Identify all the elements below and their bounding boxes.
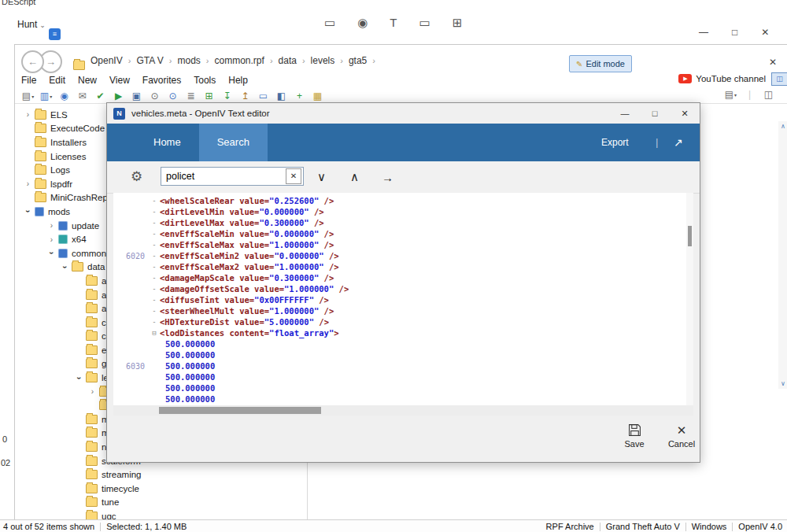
code-line[interactable]: -<damageMapScale value="0.300000" /> — [113, 272, 685, 283]
scroll-down-icon[interactable]: ∨ — [778, 380, 787, 387]
text-list-icon[interactable]: ≣ — [183, 91, 199, 102]
code-line[interactable]: -<envEffScaleMax value="1.000000" /> — [113, 239, 685, 250]
breadcrumb-item[interactable]: common.rpf — [213, 54, 266, 67]
breadcrumb-item[interactable]: mods — [176, 54, 202, 67]
view-mode-icon[interactable]: ▤▾ — [722, 89, 739, 100]
expander-icon[interactable]: › — [87, 387, 98, 396]
close-button[interactable]: ✕ — [670, 103, 700, 124]
open-file-icon[interactable]: ▥▾ — [38, 91, 54, 102]
menu-file[interactable]: File — [15, 74, 42, 87]
cancel-button[interactable]: ✕ Cancel — [660, 423, 704, 449]
save-file-icon[interactable]: ▣ — [128, 91, 145, 102]
menu-edit[interactable]: Edit — [42, 74, 72, 87]
expander-icon[interactable]: › — [24, 206, 32, 216]
code-line[interactable]: ⊟<lodDistances content="float_array"> — [113, 327, 685, 338]
breadcrumb-item[interactable]: levels — [309, 54, 337, 67]
fold-collapse-icon[interactable]: ⊟ — [149, 329, 160, 337]
package-icon[interactable]: ▦ — [309, 91, 326, 102]
code-line[interactable]: -<envEffScaleMax2 value="1.000000" /> — [113, 261, 685, 272]
scrollbar-thumb[interactable] — [159, 407, 321, 414]
find-next-button[interactable]: ∨ — [310, 166, 333, 188]
horizontal-scrollbar[interactable] — [113, 405, 693, 416]
edit-mode-button[interactable]: ✎ Edit mode — [569, 55, 632, 72]
save-button[interactable]: Save — [614, 423, 655, 449]
menu-tools[interactable]: Tools — [187, 74, 222, 87]
maximize-button[interactable]: □ — [732, 27, 737, 38]
maximize-button[interactable]: □ — [640, 103, 670, 124]
web-icon[interactable]: ◉ — [56, 91, 72, 102]
code-line[interactable]: 500.000000 — [113, 349, 685, 360]
text-tool-icon[interactable]: T — [390, 16, 397, 30]
code-line[interactable]: 500.000000 — [113, 371, 685, 382]
code-line[interactable]: -<wheelScaleRear value="0.252600" /> — [113, 195, 685, 206]
code-line[interactable]: -<diffuseTint value="0x00FFFFFF" /> — [113, 294, 685, 305]
panel-icon[interactable]: ▭ — [419, 16, 430, 30]
gear-icon[interactable]: ⚙ — [131, 168, 142, 185]
window-icon[interactable]: ▭ — [255, 91, 272, 102]
edit-check-icon[interactable]: ✔ — [92, 91, 109, 102]
breadcrumb-item[interactable]: data — [277, 54, 298, 67]
code-line[interactable]: -<steerWheelMult value="1.000000" /> — [113, 305, 685, 316]
vertical-scrollbar[interactable] — [686, 193, 693, 405]
expander-icon[interactable]: › — [23, 110, 33, 119]
expander-icon[interactable]: › — [46, 235, 57, 244]
mail-icon[interactable]: ✉ — [74, 91, 91, 102]
tab-home[interactable]: Home — [135, 124, 199, 161]
export-icon[interactable]: ↥ — [237, 91, 253, 102]
monitor-icon[interactable]: ◧ — [273, 91, 290, 102]
search-input[interactable] — [161, 171, 286, 182]
expand-icon[interactable]: ↗ — [674, 124, 683, 161]
close-button[interactable]: ✕ — [761, 27, 769, 38]
code-line[interactable]: -<dirtLevelMax value="0.300000" /> — [113, 217, 685, 228]
export-button[interactable]: Export — [601, 124, 629, 161]
expander-icon[interactable]: › — [23, 179, 33, 188]
expander-icon[interactable]: › — [47, 248, 56, 258]
scroll-up-icon[interactable]: ∧ — [778, 123, 787, 130]
menu-view[interactable]: View — [103, 74, 136, 87]
expander-icon[interactable]: › — [75, 373, 83, 383]
new-file-icon[interactable]: ▤▾ — [20, 91, 36, 102]
grid-icon[interactable]: ⊞ — [453, 16, 463, 30]
code-line[interactable]: 500.000000 — [113, 393, 685, 405]
code-line[interactable]: 500.000000 — [113, 338, 685, 349]
code-line[interactable]: 500.000000 — [113, 382, 685, 393]
minimize-button[interactable]: — — [699, 27, 708, 38]
clear-search-button[interactable]: ✕ — [286, 168, 301, 184]
breadcrumb-item[interactable]: gta5 — [347, 54, 368, 67]
close-icon[interactable]: ✕ — [769, 57, 777, 68]
back-button[interactable]: ← — [21, 50, 44, 73]
code-editor[interactable]: -<wheelScaleRear value="0.252600" />-<di… — [113, 193, 693, 405]
minimize-button[interactable]: — — [610, 103, 640, 124]
code-line[interactable]: 6030500.000000 — [113, 360, 685, 371]
columns-icon[interactable]: ◫ — [760, 89, 777, 100]
tree-item[interactable]: timecycle — [15, 482, 307, 496]
breadcrumb-item[interactable]: GTA V — [135, 54, 164, 67]
code-line[interactable]: -<HDTextureDist value="5.000000" /> — [113, 316, 685, 327]
record-icon[interactable]: ◉ — [357, 16, 368, 30]
add-icon[interactable]: + — [291, 91, 308, 102]
code-line[interactable]: -<envEffScaleMin value="0.000000" /> — [113, 228, 685, 239]
screen-icon[interactable]: ◫ — [771, 72, 787, 86]
expander-icon[interactable]: › — [46, 221, 57, 230]
table-icon[interactable]: ⊞ — [201, 91, 217, 102]
breadcrumb-item[interactable]: OpenIV — [89, 54, 124, 67]
code-line[interactable]: 6020-<envEffScaleMin2 value="0.000000" /… — [113, 250, 685, 261]
menu-help[interactable]: Help — [222, 74, 254, 87]
code-line[interactable]: -<dirtLevelMin value="0.000000" /> — [113, 206, 685, 217]
scrollbar-thumb[interactable] — [688, 226, 692, 246]
file-panel-scrollbar[interactable]: ∧ ∨ — [778, 121, 787, 389]
search-files-icon[interactable]: ⊙ — [146, 91, 163, 102]
run-script-icon[interactable]: ▶ — [110, 91, 127, 102]
find-prev-button[interactable]: ∧ — [343, 166, 366, 188]
monitor-icon[interactable]: ▭ — [324, 16, 335, 30]
tab-search[interactable]: Search — [199, 124, 268, 161]
import-icon[interactable]: ↧ — [219, 91, 235, 102]
find-go-button[interactable]: → — [376, 166, 399, 188]
menu-new[interactable]: New — [72, 74, 103, 87]
tree-item[interactable]: streaming — [15, 467, 307, 482]
menu-favorites[interactable]: Favorites — [136, 74, 187, 87]
expander-icon[interactable]: › — [61, 262, 69, 272]
search-archive-icon[interactable]: ⊙ — [164, 91, 181, 102]
youtube-channel-link[interactable]: ▶ YouTube channel — [678, 74, 766, 83]
code-line[interactable]: -<damageOffsetScale value="1.000000" /> — [113, 283, 685, 294]
